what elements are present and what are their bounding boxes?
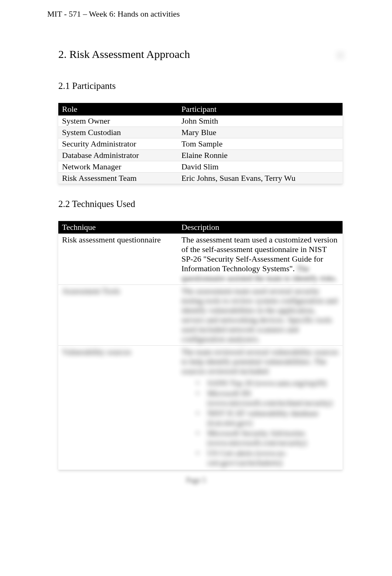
techniques-table: Technique Description Risk assessment qu…	[58, 221, 343, 470]
cell-participant: David Slim	[178, 161, 343, 173]
table-row: Risk assessment questionnaire The assess…	[58, 234, 343, 285]
cell-role: Database Administrator	[58, 150, 178, 161]
cell-participant: Eric Johns, Susan Evans, Terry Wu	[178, 173, 343, 184]
cell-role: Risk Assessment Team	[58, 173, 178, 184]
table-header-row: Technique Description	[58, 221, 343, 234]
list-item: US Cert alerts (www.us-cert.gov/cas/tech…	[200, 448, 339, 468]
participants-heading: 2.1 Participants	[58, 81, 343, 91]
cell-technique: Assessment Tools	[58, 285, 178, 346]
column-header-technique: Technique	[58, 221, 178, 234]
cell-role: Network Manager	[58, 161, 178, 173]
description-clear: The assessment team used a customized ve…	[181, 235, 337, 273]
vulnerability-list: SANS Top 20 (www.sans.org/top20) Microso…	[181, 376, 339, 468]
column-header-participant: Participant	[178, 103, 343, 115]
cell-description: The assessment team used a customized ve…	[178, 234, 343, 285]
list-item: SANS Top 20 (www.sans.org/top20)	[200, 378, 339, 388]
cell-participant: Elaine Ronnie	[178, 150, 343, 161]
participants-table: Role Participant System Owner John Smith…	[58, 103, 343, 184]
column-header-role: Role	[58, 103, 178, 115]
page-number: Page 5	[0, 476, 392, 484]
table-header-row: Role Participant	[58, 103, 343, 115]
table-row: System Owner John Smith	[58, 115, 343, 127]
cell-participant: Mary Blue	[178, 127, 343, 138]
list-item: Microsoft IIS (www.microsoft.com/technet…	[200, 389, 339, 408]
document-content: 2. Risk Assessment Approach 2.1 Particip…	[58, 48, 343, 485]
table-row-blurred: Vulnerability sources The team reviewed …	[58, 346, 343, 470]
techniques-heading: 2.2 Techniques Used	[58, 199, 343, 209]
cell-technique: Vulnerability sources	[58, 346, 178, 470]
table-row: System Custodian Mary Blue	[58, 127, 343, 138]
cell-role: System Custodian	[58, 127, 178, 138]
list-item: Microsoft Security Advisories (www.micro…	[200, 428, 339, 448]
table-row: Security Administrator Tom Sample	[58, 138, 343, 150]
cell-participant: Tom Sample	[178, 138, 343, 150]
table-row: Network Manager David Slim	[58, 161, 343, 173]
table-row: Risk Assessment Team Eric Johns, Susan E…	[58, 173, 343, 184]
cell-role: System Owner	[58, 115, 178, 127]
cell-description: The assessment team used several securit…	[178, 285, 343, 346]
description-text: The team reviewed several vulnerability …	[181, 347, 338, 376]
section-title: 2. Risk Assessment Approach	[58, 48, 343, 61]
table-row: Database Administrator Elaine Ronnie	[58, 150, 343, 161]
cell-participant: John Smith	[178, 115, 343, 127]
column-header-description: Description	[178, 221, 343, 234]
cell-technique: Risk assessment questionnaire	[58, 234, 178, 285]
table-row-blurred: Assessment Tools The assessment team use…	[58, 285, 343, 346]
cell-role: Security Administrator	[58, 138, 178, 150]
list-item: NIST ICAT vulnerability database (icat.n…	[200, 408, 339, 428]
page-header: MIT - 571 – Week 6: Hands on activities	[47, 9, 180, 19]
cell-description: The team reviewed several vulnerability …	[178, 346, 343, 470]
